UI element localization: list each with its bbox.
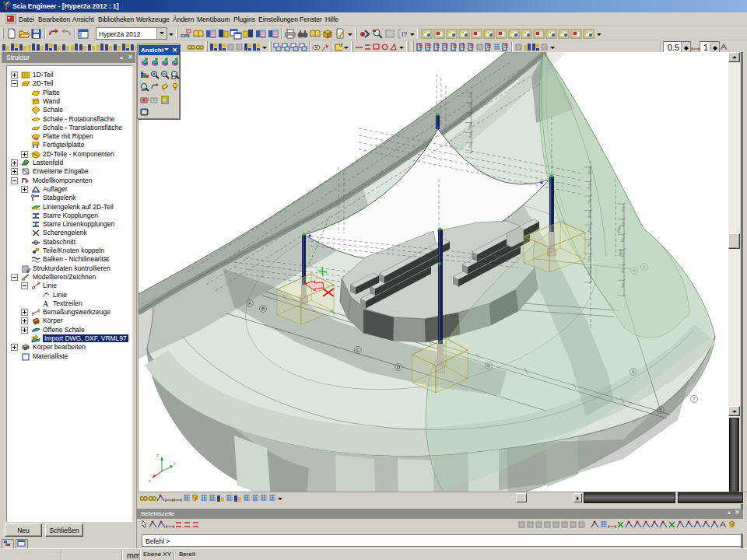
svg-text:7: 7 [693, 397, 696, 401]
svg-text:A: A [248, 301, 251, 306]
svg-text:C: C [356, 348, 360, 352]
svg-text:B: B [261, 306, 265, 311]
svg-text:y: y [174, 460, 176, 465]
svg-text:A: A [43, 299, 49, 308]
svg-text:x: x [149, 478, 151, 483]
svg-text:z: z [156, 453, 159, 457]
svg-text:D: D [397, 365, 401, 369]
svg-text:I?: I? [402, 30, 408, 38]
